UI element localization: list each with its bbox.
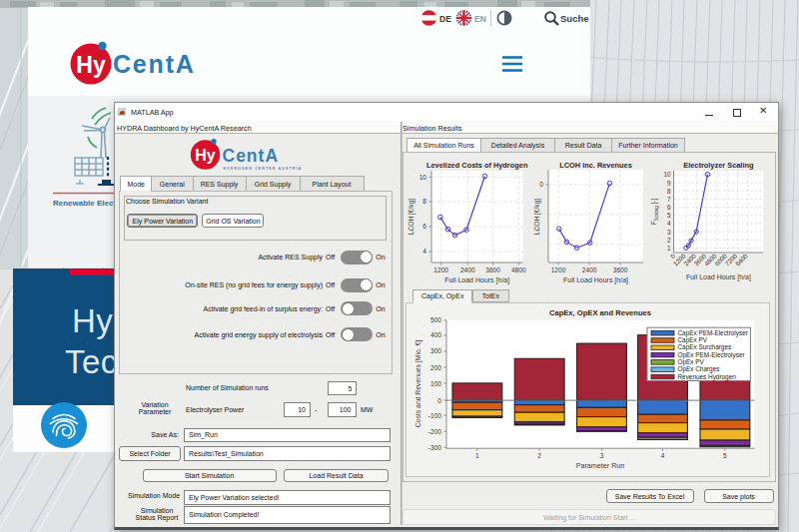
svg-text:EN: EN [474, 14, 486, 24]
svg-text:6: 6 [667, 204, 671, 211]
svg-text:3600: 3600 [613, 266, 628, 273]
svg-text:Revenues Hydrogen: Revenues Hydrogen [678, 373, 737, 381]
svg-text:Hy: Hy [76, 52, 106, 78]
svg-text:3600: 3600 [485, 266, 500, 273]
svg-text:Costs and Revenues [Mio. €]: Costs and Revenues [Mio. €] [414, 340, 422, 427]
svg-text:1200: 1200 [551, 266, 566, 273]
svg-text:8400: 8400 [734, 252, 749, 266]
svg-text:4: 4 [667, 220, 671, 227]
svg-text:HYDROGEN CENTER AUSTRIA: HYDROGEN CENTER AUSTRIA [224, 167, 303, 171]
svg-text:DE: DE [439, 14, 451, 24]
svg-text:2400: 2400 [460, 266, 475, 273]
svg-text:LCOH [€/kg]: LCOH [€/kg] [533, 199, 541, 235]
svg-text:10: 10 [419, 174, 427, 181]
svg-text:5: 5 [667, 212, 671, 219]
svg-text:LCOH inc. Revenues: LCOH inc. Revenues [559, 161, 632, 170]
svg-text:0: 0 [539, 181, 543, 188]
svg-text:400: 400 [430, 331, 441, 338]
svg-text:5: 5 [723, 452, 727, 459]
svg-text:9: 9 [667, 180, 671, 187]
svg-text:10: 10 [663, 171, 671, 178]
svg-text:2400: 2400 [582, 266, 597, 273]
svg-text:6: 6 [422, 223, 426, 230]
svg-text:3: 3 [667, 229, 671, 236]
svg-text:LCOH [€/kg]: LCOH [€/kg] [407, 199, 415, 235]
svg-text:-100: -100 [428, 412, 442, 419]
svg-text:1: 1 [667, 245, 671, 252]
svg-text:500: 500 [430, 316, 441, 323]
svg-text:1: 1 [475, 452, 479, 459]
svg-text:Full Load Hours [h/a]: Full Load Hours [h/a] [563, 276, 628, 284]
svg-text:Electrolyzer Scaling: Electrolyzer Scaling [683, 161, 754, 170]
svg-text:1200: 1200 [433, 266, 448, 273]
svg-text:Suche: Suche [560, 13, 589, 24]
svg-text:3: 3 [600, 452, 604, 459]
svg-text:100: 100 [430, 380, 441, 387]
svg-text:4: 4 [422, 248, 426, 255]
svg-text:200: 200 [430, 364, 441, 371]
svg-text:0: 0 [437, 397, 441, 404]
svg-text:Full Load Hours [h/a]: Full Load Hours [h/a] [686, 273, 751, 281]
svg-text:Full Load Hours [h/a]: Full Load Hours [h/a] [444, 276, 509, 284]
svg-text:CapEx, OpEX and Revenues: CapEx, OpEX and Revenues [549, 308, 651, 317]
svg-text:CentA: CentA [223, 146, 280, 166]
svg-text:2: 2 [537, 452, 541, 459]
svg-text:8: 8 [422, 198, 426, 205]
svg-text:Levelized Costs of Hydrogen: Levelized Costs of Hydrogen [426, 161, 528, 170]
svg-text:4800: 4800 [511, 266, 526, 273]
svg-text:7: 7 [667, 196, 671, 203]
svg-text:8: 8 [667, 188, 671, 195]
svg-text:2: 2 [667, 237, 671, 244]
svg-text:FScaling [-]: FScaling [-] [650, 199, 659, 226]
svg-text:Hy: Hy [195, 147, 216, 164]
svg-text:Parameter Run: Parameter Run [576, 461, 625, 470]
svg-text:CentA: CentA [113, 50, 196, 78]
svg-text:-200: -200 [428, 428, 442, 435]
svg-text:-300: -300 [428, 444, 442, 451]
svg-text:4: 4 [661, 452, 665, 459]
svg-text:300: 300 [430, 347, 441, 354]
